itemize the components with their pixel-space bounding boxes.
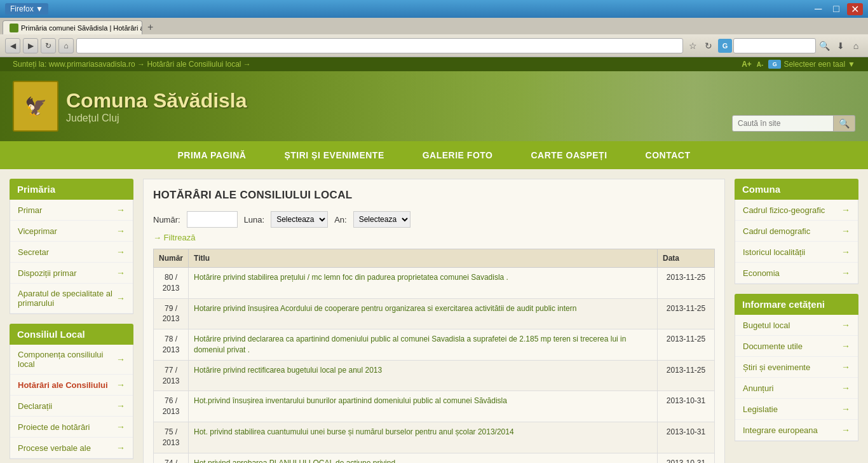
sidebar-item-componenta[interactable]: Componența consiliului local →	[10, 345, 133, 375]
sidebar-section-primaria: Primăria Primar → Viceprimar → Secretar …	[10, 179, 133, 314]
page-content: Primăria Primar → Viceprimar → Secretar …	[0, 169, 868, 463]
home-btn[interactable]: ⌂	[58, 38, 74, 53]
site-subtitle: Județul Cluj	[66, 113, 247, 124]
sidebar-item-declaratii[interactable]: Declarații →	[10, 396, 133, 417]
arrow-icon: →	[841, 320, 850, 330]
minimize-btn[interactable]: ─	[811, 3, 825, 15]
sidebar-item-legislatie[interactable]: Legislatie →	[735, 399, 858, 420]
new-tab-btn[interactable]: +	[142, 20, 158, 34]
forward-btn[interactable]: ▶	[23, 38, 38, 53]
sidebar-item-cadru-demo[interactable]: Cadrul demografic →	[735, 221, 858, 242]
active-tab[interactable]: Primăria comunei Săvădisla | Hotărâri al…	[3, 20, 142, 34]
font-smaller-btn[interactable]: A-	[757, 61, 764, 68]
sidebar-item-documente[interactable]: Documente utile →	[735, 336, 858, 357]
sidebar-item-buget[interactable]: Bugetul local →	[735, 315, 858, 336]
home-page-icon[interactable]: ⌂	[849, 39, 863, 53]
bookmark-icon[interactable]: ☆	[686, 39, 700, 53]
luna-select[interactable]: Selecteaza	[271, 211, 328, 228]
an-select[interactable]: Selecteaza	[353, 211, 410, 228]
table-row[interactable]: 80 / 2013 Hotărire privind stabilirea pr…	[154, 268, 715, 299]
sidebar-item-dispozitii[interactable]: Dispoziții primar →	[10, 263, 133, 284]
table-row[interactable]: 78 / 2013 Hotărire privind declararea ca…	[154, 329, 715, 361]
google-translate-icon: G	[768, 60, 781, 69]
browser-toolbar: ◀ ▶ ↻ ⌂ www.primariasavadisla.ro/hcl ☆ ↻…	[0, 34, 868, 57]
site-search-input[interactable]	[732, 115, 834, 132]
site-title: Comuna Săvădisla Județul Cluj	[66, 89, 247, 124]
close-btn[interactable]: ✕	[847, 3, 863, 15]
back-btn[interactable]: ◀	[5, 38, 20, 53]
nav-link-gallery[interactable]: GALERIE FOTO	[403, 141, 512, 169]
browser-menu[interactable]: Firefox ▼	[5, 3, 48, 15]
site-search-btn[interactable]: 🔍	[834, 115, 855, 132]
main-nav: PRIMA PAGINĂ ȘTIRI ȘI EVENIMENTE GALERIE…	[0, 141, 868, 169]
sidebar-item-aparat[interactable]: Aparatul de specialitate al primarului →	[10, 284, 133, 314]
col-numar: Număr	[154, 249, 189, 268]
home-link[interactable]: www.primariasavadisla.ro	[49, 60, 135, 69]
cell-titlu[interactable]: Hot.privind însușirea inventarului bunur…	[189, 391, 658, 422]
sidebar-item-stiri[interactable]: Știri și evenimente →	[735, 357, 858, 378]
table-header-row: Număr Titlu Data	[154, 249, 715, 268]
sidebar-item-anunturi[interactable]: Anunțuri →	[735, 378, 858, 399]
cell-data: 2013-11-25	[658, 360, 715, 391]
sidebar-informare-title: Informare cetățeni	[735, 294, 858, 315]
sidebar-item-viceprimar[interactable]: Viceprimar →	[10, 221, 133, 242]
nav-link-news[interactable]: ȘTIRI ȘI EVENIMENTE	[265, 141, 403, 169]
tab-favicon	[10, 24, 18, 32]
reload-btn[interactable]: ↻	[41, 38, 56, 53]
cell-numar: 80 / 2013	[154, 268, 189, 299]
cell-titlu[interactable]: Hotarire privind însușirea Acordului de …	[189, 298, 658, 329]
arrow-icon: →	[116, 401, 125, 411]
cell-titlu[interactable]: Hot.privind aprobarea PLANULUI LOCAL de …	[189, 453, 658, 463]
numar-input[interactable]	[187, 211, 238, 228]
sidebar-item-istoric[interactable]: Istoricul localității →	[735, 242, 858, 263]
coat-of-arms: 🦅	[13, 81, 58, 132]
current-page-link[interactable]: Hotărâri ale Consiliului local	[147, 60, 241, 69]
sidebar-section-informare: Informare cetățeni Bugetul local → Docum…	[735, 294, 858, 441]
nav-item-contact: CONTACT	[627, 141, 710, 169]
sidebar-item-cadru-fizico[interactable]: Cadrul fizico-geografic →	[735, 200, 858, 221]
table-row[interactable]: 76 / 2013 Hot.privind însușirea inventar…	[154, 391, 715, 422]
table-row[interactable]: 79 / 2013 Hotarire privind însușirea Aco…	[154, 298, 715, 329]
sidebar-consiliu-title: Consiliul Local	[10, 324, 133, 345]
col-data: Data	[658, 249, 715, 268]
tab-title: Primăria comunei Săvădisla | Hotărâri al…	[21, 24, 142, 32]
font-larger-btn[interactable]: A+	[742, 60, 752, 69]
sidebar-item-procese[interactable]: Procese verbale ale →	[10, 438, 133, 459]
sidebar-item-proiecte[interactable]: Proiecte de hotărâri →	[10, 417, 133, 438]
sidebar-section-consiliu: Consiliul Local Componența consiliului l…	[10, 324, 133, 459]
cell-titlu[interactable]: Hotărire privind declararea ca apartinin…	[189, 329, 658, 361]
browser-search-btn[interactable]: 🔍	[817, 39, 831, 53]
sidebar-item-integrare[interactable]: Integrare europeana →	[735, 420, 858, 441]
address-bar[interactable]: www.primariasavadisla.ro/hcl	[76, 38, 683, 53]
browser-search-input[interactable]: primariasavadisla	[733, 38, 816, 53]
sidebar-item-secretar[interactable]: Secretar →	[10, 242, 133, 263]
download-arrow-icon[interactable]: ⬇	[834, 39, 848, 53]
arrow-icon: →	[116, 380, 125, 390]
sidebar-item-hotarari[interactable]: Hotărâri ale Consiliului →	[10, 375, 133, 396]
sidebar-item-economia[interactable]: Economia →	[735, 263, 858, 284]
cell-titlu[interactable]: Hotărire privind rectificarea bugetului …	[189, 360, 658, 391]
maximize-btn[interactable]: □	[829, 3, 843, 15]
nav-link-contact[interactable]: CONTACT	[627, 141, 710, 169]
filter-link[interactable]: → Filtrează	[153, 233, 195, 242]
sidebar-item-primar[interactable]: Primar →	[10, 200, 133, 221]
breadcrumb: Sunteți la: www.primariasavadisla.ro → H…	[13, 60, 251, 69]
sidebar-comuna-title: Comuna	[735, 179, 858, 200]
left-sidebar: Primăria Primar → Viceprimar → Secretar …	[10, 179, 133, 463]
translate-label[interactable]: Selecteer een taal	[783, 60, 845, 69]
an-label: An:	[334, 215, 347, 225]
table-row[interactable]: 74 / Hot.privind aprobarea PLANULUI LOCA…	[154, 453, 715, 463]
arrow-icon: →	[116, 354, 125, 364]
nav-link-guestbook[interactable]: CARTE OASPEȚI	[512, 141, 626, 169]
table-row[interactable]: 77 / 2013 Hotărire privind rectificarea …	[154, 360, 715, 391]
table-row[interactable]: 75 / 2013 Hot. privind stabilirea cuantu…	[154, 422, 715, 453]
sidebar-primaria-body: Primar → Viceprimar → Secretar → Dispozi…	[10, 200, 133, 314]
cell-titlu[interactable]: Hotărire privind stabilirea prețului / m…	[189, 268, 658, 299]
arrow-icon: →	[116, 422, 125, 432]
nav-link-home[interactable]: PRIMA PAGINĂ	[159, 141, 266, 169]
cell-data: 2013-10-31	[658, 422, 715, 453]
refresh-icon[interactable]: ↻	[702, 39, 715, 53]
content-box: HOTĂRÂRI ALE CONSILIULUI LOCAL Număr: Lu…	[143, 179, 725, 463]
cell-titlu[interactable]: Hot. privind stabilirea cuantumului unei…	[189, 422, 658, 453]
translate-arrow[interactable]: ▼	[848, 60, 855, 69]
